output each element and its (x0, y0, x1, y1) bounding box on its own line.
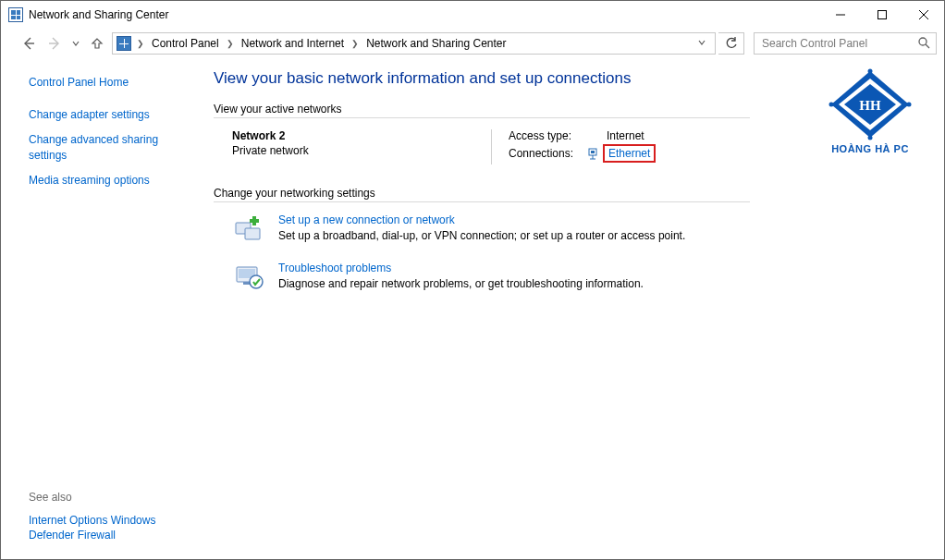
sidebar-home-link[interactable]: Control Panel Home (29, 75, 186, 90)
sidebar-link-advanced-sharing[interactable]: Change advanced sharing settings (29, 132, 186, 162)
minimize-button[interactable] (819, 1, 861, 29)
brand-label: HOÀNG HÀ PC (820, 143, 920, 154)
chevron-right-icon[interactable]: ❯ (133, 39, 148, 48)
chevron-right-icon[interactable]: ❯ (348, 39, 362, 48)
active-network-row: Network 2 Private network Access type: I… (214, 129, 750, 164)
svg-point-26 (868, 136, 873, 140)
app-icon (8, 7, 23, 22)
svg-rect-9 (591, 151, 595, 153)
search-input[interactable] (760, 36, 917, 51)
search-icon[interactable] (917, 36, 930, 52)
svg-line-7 (926, 44, 929, 48)
svg-rect-1 (878, 11, 886, 19)
nav-up-button[interactable] (86, 32, 108, 55)
network-type: Private network (232, 144, 491, 157)
svg-point-19 (250, 275, 263, 288)
window-title: Network and Sharing Center (29, 8, 168, 21)
nav-forward-button[interactable] (43, 32, 66, 55)
brand-logo: HH HOÀNG HÀ PC (820, 67, 920, 154)
breadcrumb-dropdown[interactable] (693, 39, 711, 48)
setup-connection-item: Set up a new connection or network Set u… (214, 213, 750, 243)
network-name: Network 2 (232, 129, 491, 142)
vertical-divider (491, 129, 492, 164)
navbar: ❯ Control Panel ❯ Network and Internet ❯… (1, 29, 944, 62)
seealso-label: See also (29, 491, 186, 504)
breadcrumb-network-internet[interactable]: Network and Internet (239, 37, 346, 50)
divider (214, 201, 750, 202)
ethernet-icon (586, 147, 599, 160)
main-content: View your basic network information and … (197, 62, 944, 559)
access-type-value: Internet (586, 129, 644, 142)
sidebar: Control Panel Home Change adapter settin… (1, 62, 197, 559)
chevron-right-icon[interactable]: ❯ (223, 39, 238, 48)
divider (214, 117, 750, 118)
sidebar-link-media-streaming[interactable]: Media streaming options (29, 173, 186, 188)
breadcrumb-icon (117, 36, 131, 51)
change-settings-label: Change your networking settings (214, 187, 926, 200)
close-button[interactable] (902, 1, 944, 29)
svg-point-25 (907, 103, 912, 107)
access-type-key: Access type: (509, 129, 586, 142)
active-networks-label: View your active networks (214, 103, 926, 116)
setup-connection-link[interactable]: Set up a new connection or network (278, 213, 455, 226)
breadcrumb[interactable]: ❯ Control Panel ❯ Network and Internet ❯… (112, 32, 716, 55)
setup-connection-desc: Set up a broadband, dial-up, or VPN conn… (278, 229, 685, 242)
page-title: View your basic network information and … (214, 69, 926, 88)
titlebar: Network and Sharing Center (1, 1, 944, 29)
ethernet-link[interactable]: Ethernet (608, 147, 650, 160)
troubleshoot-icon (234, 262, 264, 291)
svg-point-27 (829, 103, 834, 107)
ethernet-link-highlight: Ethernet (603, 144, 656, 163)
svg-point-24 (868, 69, 873, 74)
seealso-internet-options[interactable]: Internet Options (29, 514, 107, 527)
nav-recent-dropdown[interactable] (69, 32, 82, 55)
breadcrumb-network-sharing[interactable]: Network and Sharing Center (364, 37, 508, 50)
troubleshoot-desc: Diagnose and repair network problems, or… (278, 277, 644, 290)
maximize-button[interactable] (861, 1, 902, 29)
svg-rect-13 (245, 228, 260, 239)
troubleshoot-link[interactable]: Troubleshoot problems (278, 262, 391, 274)
nav-back-button[interactable] (18, 32, 40, 55)
window-frame: Network and Sharing Center (0, 0, 945, 560)
search-box[interactable] (754, 32, 937, 55)
troubleshoot-item: Troubleshoot problems Diagnose and repai… (214, 262, 750, 291)
svg-rect-15 (250, 219, 259, 223)
connections-key: Connections: (509, 147, 586, 160)
svg-text:HH: HH (859, 98, 881, 113)
breadcrumb-control-panel[interactable]: Control Panel (150, 37, 221, 50)
setup-connection-icon (234, 213, 264, 243)
refresh-button[interactable] (718, 32, 744, 55)
svg-point-6 (919, 38, 927, 45)
sidebar-link-adapter[interactable]: Change adapter settings (29, 107, 186, 122)
